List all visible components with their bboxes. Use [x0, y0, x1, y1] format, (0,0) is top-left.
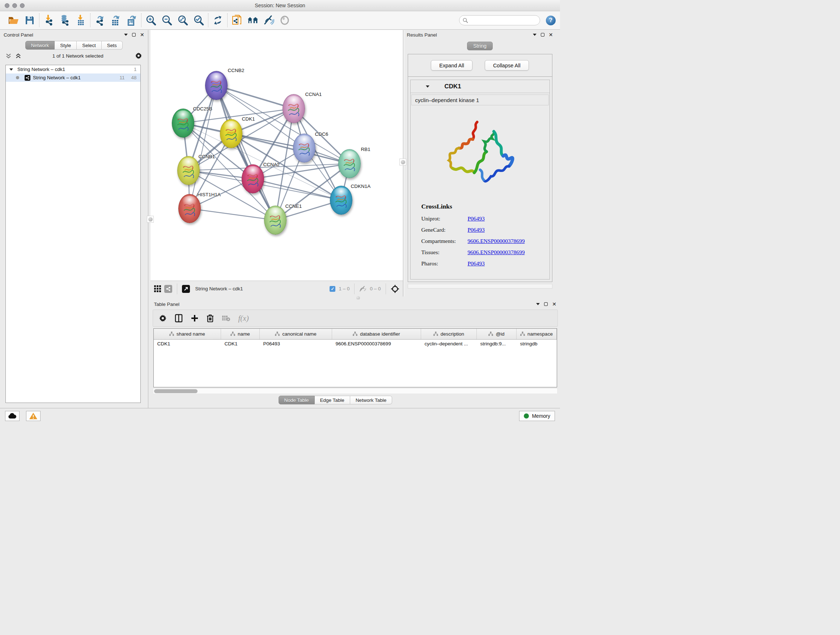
crosslink-link[interactable]: 9606.ENSP00000378699	[468, 238, 525, 244]
hide-unhide-icon[interactable]	[264, 15, 274, 26]
import-network-database-icon[interactable]	[59, 15, 70, 26]
add-column-icon[interactable]	[191, 314, 199, 322]
panel-menu-icon[interactable]	[536, 303, 540, 305]
tab-network-table[interactable]: Network Table	[350, 396, 392, 404]
left-splitter-knob[interactable]	[147, 216, 154, 223]
refresh-icon[interactable]	[212, 15, 223, 26]
close-window-icon[interactable]	[5, 3, 9, 8]
crosslink-link[interactable]: 9606.ENSP00000378699	[468, 249, 525, 256]
maximize-window-icon[interactable]	[20, 3, 25, 8]
node-CDC25B[interactable]	[172, 109, 194, 138]
node-HIST1H1A[interactable]	[178, 194, 201, 223]
close-panel-icon[interactable]: ✕	[140, 33, 144, 36]
network-view-share-icon[interactable]	[164, 285, 172, 293]
node-CDC6[interactable]	[293, 134, 316, 163]
crosslink-link[interactable]: P06493	[468, 215, 485, 222]
table-cell[interactable]: CDK1	[221, 339, 260, 348]
crosslink-link[interactable]: P06493	[468, 226, 485, 233]
gene-collapse-icon[interactable]	[426, 86, 429, 88]
table-h-scrollbar[interactable]	[153, 388, 557, 394]
function-builder-icon[interactable]: f(x)	[238, 314, 249, 323]
results-scrollbar[interactable]	[408, 284, 553, 288]
node-CCNA1[interactable]	[283, 94, 305, 123]
node-CCNB2[interactable]	[205, 71, 227, 100]
tab-node-table[interactable]: Node Table	[279, 396, 315, 404]
home-icon[interactable]	[248, 15, 258, 26]
table-cell[interactable]: stringdb	[516, 339, 557, 348]
network-canvas[interactable]: CCNB2CCNA1CDC25BCDK1CDC6RB1CCNB1CCNA2CDK…	[150, 30, 403, 280]
scrollbar-thumb[interactable]	[154, 389, 197, 393]
expand-all-icon[interactable]	[16, 53, 21, 59]
expand-all-button[interactable]: Expand All	[431, 60, 472, 71]
column-header-canonical-name[interactable]: canonical name	[260, 329, 332, 339]
search-input[interactable]	[470, 18, 537, 23]
column-header-shared-name[interactable]: shared name	[154, 329, 221, 339]
zoom-fit-icon[interactable]	[177, 15, 188, 26]
export-image-icon[interactable]	[126, 15, 137, 26]
tab-sets[interactable]: Sets	[102, 41, 123, 50]
column-header-namespace[interactable]: namespace	[516, 329, 557, 339]
collapse-all-button[interactable]: Collapse All	[485, 60, 529, 71]
node-CDKN1A[interactable]	[330, 186, 352, 215]
grid-view-icon[interactable]	[154, 285, 161, 292]
delete-table-icon[interactable]	[222, 315, 231, 321]
delete-column-icon[interactable]	[207, 314, 214, 323]
float-panel-icon[interactable]	[541, 33, 545, 36]
collapse-all-icon[interactable]	[6, 53, 11, 59]
node-CCNB1[interactable]	[177, 156, 200, 185]
column-header-database-identifier[interactable]: database identifier	[332, 329, 421, 339]
table-gear-icon[interactable]	[159, 314, 167, 322]
float-panel-icon[interactable]	[132, 33, 136, 36]
panel-menu-icon[interactable]	[533, 34, 537, 36]
column-header-description[interactable]: description	[421, 329, 477, 339]
export-network-icon[interactable]	[95, 15, 105, 26]
panel-menu-icon[interactable]	[124, 34, 128, 36]
save-session-icon[interactable]	[24, 15, 35, 26]
node-RB1[interactable]	[338, 149, 361, 178]
tab-edge-table[interactable]: Edge Table	[315, 396, 350, 404]
window-controls[interactable]	[5, 3, 25, 8]
import-table-icon[interactable]	[75, 15, 86, 26]
show-columns-icon[interactable]	[175, 314, 183, 323]
node-CCNE1[interactable]	[264, 206, 286, 234]
cloud-status-button[interactable]	[5, 411, 19, 421]
close-panel-icon[interactable]: ✕	[552, 302, 556, 306]
node-CDK1[interactable]	[220, 119, 242, 148]
close-panel-icon[interactable]: ✕	[549, 33, 553, 36]
search-box[interactable]	[459, 15, 540, 25]
table-cell[interactable]: 9606.ENSP00000378699	[332, 339, 421, 348]
selected-checkbox-icon[interactable]: ✓	[330, 286, 335, 292]
tab-network[interactable]: Network	[25, 41, 55, 50]
node-table[interactable]: shared namenamecanonical namedatabase id…	[153, 328, 557, 387]
horizontal-splitter[interactable]	[150, 296, 561, 299]
tab-select[interactable]: Select	[77, 41, 102, 50]
minimize-window-icon[interactable]	[12, 3, 17, 8]
help-icon[interactable]: ?	[546, 16, 556, 25]
table-cell[interactable]: CDK1	[154, 339, 221, 348]
column-header-name[interactable]: name	[221, 329, 260, 339]
zoom-out-icon[interactable]	[161, 15, 172, 26]
gear-icon[interactable]	[135, 52, 142, 59]
warning-status-button[interactable]	[26, 411, 41, 421]
export-table-icon[interactable]	[111, 15, 121, 26]
node-CCNA2[interactable]	[242, 165, 264, 193]
open-session-icon[interactable]	[8, 15, 19, 26]
column-header-@id[interactable]: @id	[477, 329, 516, 339]
table-row[interactable]: CDK1CDK1P064939606.ENSP00000378699cyclin…	[154, 339, 557, 348]
float-panel-icon[interactable]	[544, 302, 548, 306]
tab-string[interactable]: String	[467, 42, 493, 50]
crosslink-link[interactable]: P06493	[468, 260, 485, 267]
zoom-selected-icon[interactable]	[193, 15, 204, 26]
memory-button[interactable]: Memory	[519, 411, 555, 421]
collection-expand-icon[interactable]	[9, 68, 13, 71]
table-cell[interactable]: stringdb:9...	[477, 339, 516, 348]
zoom-in-icon[interactable]	[145, 15, 156, 26]
table-cell[interactable]: cyclin–dependent ...	[421, 339, 477, 348]
right-splitter-knob[interactable]	[399, 158, 406, 165]
table-cell[interactable]: P06493	[260, 339, 332, 348]
import-network-file-icon[interactable]	[43, 15, 54, 26]
string-import-icon[interactable]	[232, 15, 242, 26]
network-collection-row[interactable]: String Network – cdk1 1	[6, 65, 141, 73]
network-row[interactable]: String Network – cdk1 11 48	[6, 73, 141, 82]
birds-eye-icon[interactable]	[391, 285, 399, 293]
